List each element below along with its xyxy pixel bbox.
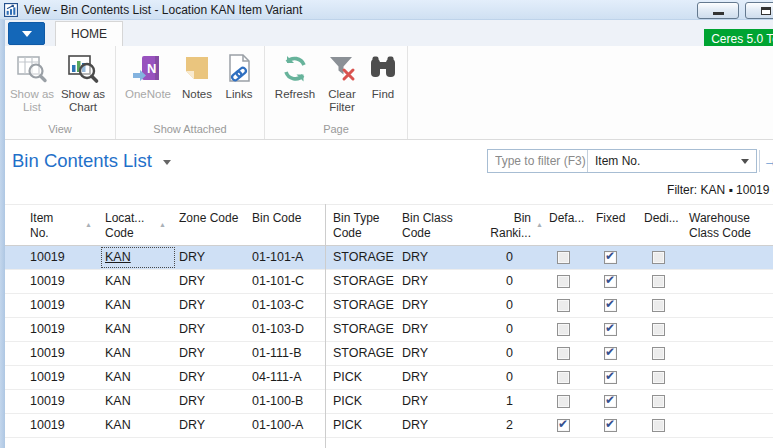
cell-bin_ranking[interactable]: 1 — [462, 390, 545, 413]
default-checkbox[interactable] — [557, 395, 570, 408]
cell-bin_class_code[interactable]: DRY — [398, 294, 462, 317]
cell-bin_class_code[interactable]: DRY — [398, 366, 462, 389]
table-row[interactable]: 10019KANDRY01-101-ASTORAGEDRY0 — [5, 246, 773, 270]
fixed-checkbox[interactable] — [604, 395, 617, 408]
cell-bin_ranking[interactable]: 0 — [462, 246, 545, 269]
cell-item_no[interactable]: 10019 — [5, 366, 100, 389]
cell-bin_code[interactable]: 01-111-B — [248, 342, 325, 365]
cell-dedicated[interactable] — [640, 270, 685, 293]
fixed-checkbox[interactable] — [604, 251, 617, 264]
cell-item_no[interactable]: 10019 — [5, 246, 100, 269]
cell-item_no[interactable]: 10019 — [5, 414, 100, 437]
cell-fixed[interactable] — [592, 246, 640, 269]
cell-default[interactable] — [545, 318, 592, 341]
default-checkbox[interactable] — [557, 275, 570, 288]
cell-bin_code[interactable]: 01-103-D — [248, 318, 325, 341]
cell-bin_code[interactable]: 01-100-A — [248, 414, 325, 437]
cell-location_code[interactable]: KAN — [100, 318, 176, 341]
clear-filter-button[interactable]: Clear Filter — [321, 48, 363, 121]
dedicated-checkbox[interactable] — [652, 395, 665, 408]
column-header-bin_class_code[interactable]: Bin Class Code — [398, 205, 462, 245]
cell-zone_code[interactable]: DRY — [176, 414, 248, 437]
cell-location_code[interactable]: KAN — [100, 294, 176, 317]
cell-bin_class_code[interactable]: DRY — [398, 270, 462, 293]
cell-bin_class_code[interactable]: DRY — [398, 342, 462, 365]
cell-fixed[interactable] — [592, 414, 640, 437]
find-button[interactable]: Find — [363, 48, 403, 121]
cell-location_code[interactable]: KAN — [100, 342, 176, 365]
cell-fixed[interactable] — [592, 342, 640, 365]
fixed-checkbox[interactable] — [604, 275, 617, 288]
column-header-fixed[interactable]: Fixed — [592, 205, 640, 245]
cell-default[interactable] — [545, 390, 592, 413]
cell-warehouse_class_code[interactable] — [685, 414, 773, 437]
column-header-warehouse_class_code[interactable]: Warehouse Class Code — [685, 205, 773, 245]
cell-bin_type_code[interactable]: PICK — [325, 414, 398, 437]
cell-bin_code[interactable]: 01-101-C — [248, 270, 325, 293]
table-row[interactable]: 10019KANDRY01-100-BPICKDRY1 — [5, 390, 773, 414]
cell-fixed[interactable] — [592, 390, 640, 413]
dedicated-checkbox[interactable] — [652, 275, 665, 288]
cell-default[interactable] — [545, 270, 592, 293]
cell-bin_code[interactable]: 01-103-C — [248, 294, 325, 317]
cell-fixed[interactable] — [592, 270, 640, 293]
cell-default[interactable] — [545, 294, 592, 317]
cell-location_code[interactable]: KAN — [100, 270, 176, 293]
apply-filter-arrow-button[interactable]: → — [763, 149, 773, 173]
default-checkbox[interactable] — [557, 323, 570, 336]
table-row[interactable]: 10019KANDRY01-103-CSTORAGEDRY0 — [5, 294, 773, 318]
filter-field-selector[interactable]: Item No. — [588, 154, 734, 168]
cell-item_no[interactable]: 10019 — [5, 342, 100, 365]
dedicated-checkbox[interactable] — [652, 323, 665, 336]
cell-warehouse_class_code[interactable] — [685, 270, 773, 293]
cell-dedicated[interactable] — [640, 318, 685, 341]
table-row[interactable]: 10019KANDRY01-111-BSTORAGEDRY0 — [5, 342, 773, 366]
cell-item_no[interactable]: 10019 — [5, 294, 100, 317]
cell-location_code[interactable]: KAN — [100, 246, 176, 269]
cell-default[interactable] — [545, 342, 592, 365]
cell-fixed[interactable] — [592, 318, 640, 341]
cell-dedicated[interactable] — [640, 246, 685, 269]
column-header-bin_type_code[interactable]: Bin Type Code — [325, 205, 398, 245]
cell-warehouse_class_code[interactable] — [685, 318, 773, 341]
cell-location_code[interactable]: KAN — [100, 390, 176, 413]
table-row[interactable]: 10019KANDRY01-103-DSTORAGEDRY0 — [5, 318, 773, 342]
cell-fixed[interactable] — [592, 294, 640, 317]
cell-warehouse_class_code[interactable] — [685, 366, 773, 389]
cell-bin_ranking[interactable]: 0 — [462, 366, 545, 389]
filter-input[interactable] — [488, 154, 587, 168]
column-header-dedicated[interactable]: Dedi... — [640, 205, 685, 245]
show-as-chart-button[interactable]: Show as Chart — [55, 48, 111, 121]
cell-dedicated[interactable] — [640, 342, 685, 365]
column-header-default[interactable]: Defa... — [545, 205, 592, 245]
cell-bin_code[interactable]: 01-100-B — [248, 390, 325, 413]
cell-bin_type_code[interactable]: STORAGE — [325, 270, 398, 293]
dedicated-checkbox[interactable] — [652, 371, 665, 384]
cell-bin_code[interactable]: 04-111-A — [248, 366, 325, 389]
cell-item_no[interactable]: 10019 — [5, 270, 100, 293]
cell-warehouse_class_code[interactable] — [685, 342, 773, 365]
cell-zone_code[interactable]: DRY — [176, 318, 248, 341]
restore-button[interactable] — [745, 2, 773, 19]
cell-default[interactable] — [545, 246, 592, 269]
cell-dedicated[interactable] — [640, 366, 685, 389]
cell-bin_class_code[interactable]: DRY — [398, 246, 462, 269]
cell-bin_ranking[interactable]: 0 — [462, 294, 545, 317]
table-row[interactable]: 10019KANDRY04-111-APICKDRY0 — [5, 366, 773, 390]
links-button[interactable]: Links — [218, 48, 260, 121]
cell-bin_ranking[interactable]: 0 — [462, 342, 545, 365]
application-menu-button[interactable] — [8, 22, 45, 45]
cell-bin_class_code[interactable]: DRY — [398, 318, 462, 341]
tab-home[interactable]: HOME — [55, 21, 123, 46]
fixed-checkbox[interactable] — [604, 323, 617, 336]
cell-bin_ranking[interactable]: 2 — [462, 414, 545, 437]
column-header-bin_code[interactable]: Bin Code — [248, 205, 325, 245]
default-checkbox[interactable] — [557, 371, 570, 384]
notes-button[interactable]: Notes — [176, 48, 218, 121]
cell-dedicated[interactable] — [640, 294, 685, 317]
column-header-bin_ranking[interactable]: Bin Ranki...▲ — [462, 205, 545, 245]
column-header-item_no[interactable]: Item No.▲ — [5, 205, 100, 245]
cell-item_no[interactable]: 10019 — [5, 318, 100, 341]
refresh-button[interactable]: Refresh — [269, 48, 321, 121]
cell-dedicated[interactable] — [640, 390, 685, 413]
